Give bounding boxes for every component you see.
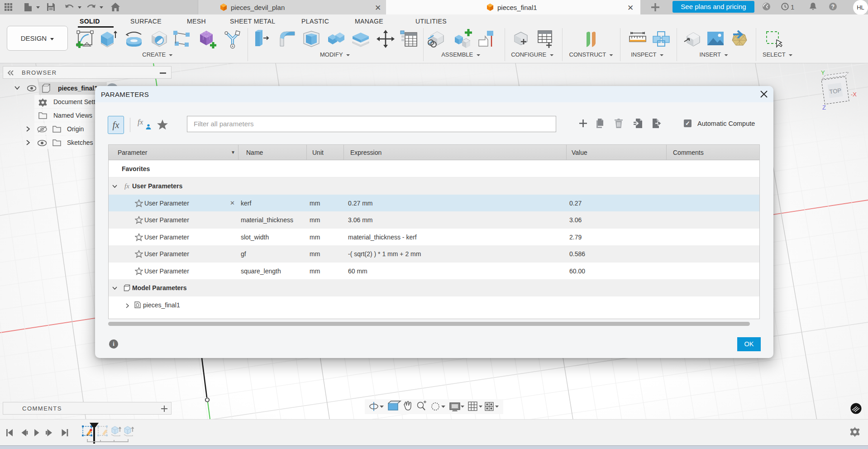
svg-text:Z: Z: [822, 104, 826, 111]
svg-text:Y: Y: [821, 69, 825, 76]
svg-text:?: ?: [831, 4, 835, 10]
svg-text:-X: -X: [851, 91, 857, 98]
